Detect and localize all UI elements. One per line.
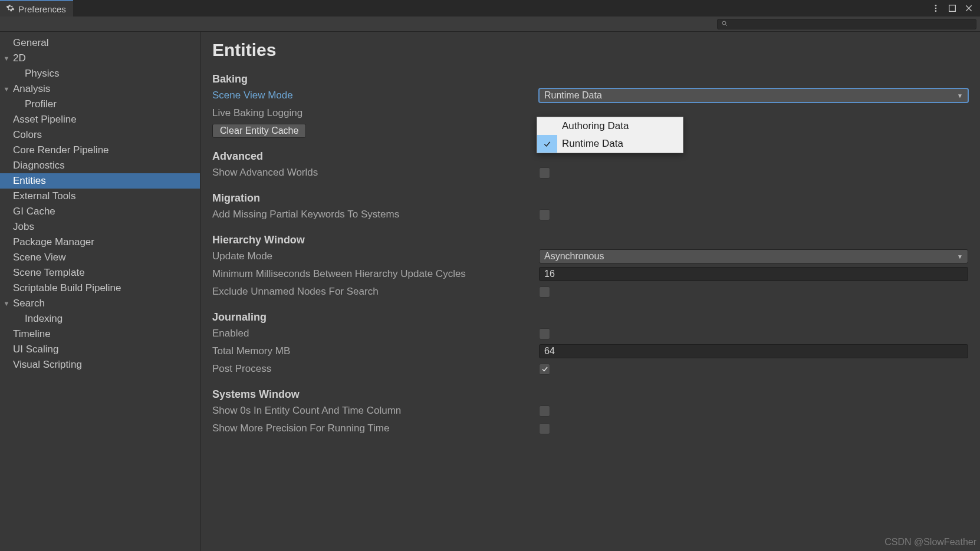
sidebar-item-label: Core Render Pipeline [13, 143, 109, 157]
scene-view-mode-popup[interactable]: Authoring DataRuntime Data [537, 117, 683, 153]
sidebar-item-label: Asset Pipeline [13, 113, 77, 127]
sidebar-item-label: Scene Template [13, 266, 85, 280]
sidebar-item-analysis[interactable]: ▼Analysis [0, 81, 200, 97]
sidebar-item-label: 2D [13, 51, 26, 65]
sidebar-item-label: Visual Scripting [13, 358, 82, 372]
show-0s-checkbox[interactable] [539, 405, 550, 417]
close-icon[interactable] [963, 3, 974, 14]
sidebar-item-entities[interactable]: Entities [0, 173, 200, 189]
total-memory-label: Total Memory MB [212, 344, 539, 358]
sidebar-item-gi-cache[interactable]: GI Cache [0, 204, 200, 219]
total-memory-input[interactable]: 64 [539, 344, 968, 358]
update-mode-dropdown[interactable]: Asynchronous ▼ [539, 249, 968, 263]
gear-icon [6, 4, 15, 14]
preferences-tab[interactable]: Preferences [0, 0, 73, 17]
sidebar-item-label: General [13, 36, 48, 50]
svg-point-0 [935, 5, 937, 6]
sidebar-item-diagnostics[interactable]: Diagnostics [0, 158, 200, 173]
update-mode-value: Asynchronous [544, 251, 604, 262]
show-0s-label: Show 0s In Entity Count And Time Column [212, 404, 539, 418]
update-mode-label: Update Mode [212, 249, 539, 263]
exclude-unnamed-checkbox[interactable] [539, 286, 550, 298]
min-ms-value: 16 [544, 269, 555, 279]
kebab-menu-icon[interactable] [930, 3, 941, 14]
foldout-arrow-icon: ▼ [0, 82, 13, 96]
live-baking-logging-label: Live Baking Logging [212, 106, 539, 120]
sidebar-item-label: GI Cache [13, 204, 55, 219]
section-header-baking: Baking [212, 73, 968, 85]
dropdown-option-authoring-data[interactable]: Authoring Data [537, 117, 683, 135]
sidebar-item-package-manager[interactable]: Package Manager [0, 235, 200, 250]
post-process-checkbox[interactable] [539, 364, 550, 375]
sidebar-item-label: Package Manager [13, 235, 94, 249]
sidebar-item-jobs[interactable]: Jobs [0, 219, 200, 235]
foldout-arrow-icon: ▼ [0, 296, 13, 311]
sidebar-item-label: Physics [13, 67, 60, 81]
sidebar-item-scene-template[interactable]: Scene Template [0, 265, 200, 281]
add-missing-partial-label: Add Missing Partial Keywords To Systems [212, 207, 539, 222]
window-controls [925, 0, 980, 17]
journaling-enabled-label: Enabled [212, 326, 539, 341]
sidebar-item-label: Timeline [13, 327, 51, 341]
sidebar-item-label: Indexing [13, 312, 63, 326]
show-advanced-worlds-label: Show Advanced Worlds [212, 166, 539, 180]
sidebar-item-scriptable-build-pipeline[interactable]: Scriptable Build Pipeline [0, 281, 200, 296]
sidebar-item-visual-scripting[interactable]: Visual Scripting [0, 357, 200, 372]
chevron-down-icon: ▼ [957, 93, 963, 99]
sidebar-item-profiler[interactable]: Profiler [0, 97, 200, 112]
svg-point-2 [935, 10, 937, 12]
svg-point-4 [722, 21, 726, 25]
sidebar-item-colors[interactable]: Colors [0, 127, 200, 143]
sidebar-item-physics[interactable]: Physics [0, 66, 200, 81]
titlebar: Preferences [0, 0, 980, 17]
dropdown-option-label: Authoring Data [557, 120, 629, 132]
post-process-label: Post Process [212, 362, 539, 376]
clear-entity-cache-button[interactable]: Clear Entity Cache [212, 124, 306, 138]
sidebar-item-label: Analysis [13, 82, 50, 96]
scene-view-mode-value: Runtime Data [544, 90, 602, 101]
show-advanced-worlds-checkbox[interactable] [539, 167, 550, 179]
sidebar-item-general[interactable]: General [0, 35, 200, 51]
sidebar-item-search[interactable]: ▼Search [0, 296, 200, 311]
sidebar-item-label: Scene View [13, 250, 65, 265]
total-memory-value: 64 [544, 346, 555, 357]
min-ms-label: Minimum Milliseconds Between Hierarchy U… [212, 267, 539, 281]
page-title: Entities [212, 40, 968, 60]
section-header-journaling: Journaling [212, 311, 968, 324]
watermark: CSDN @SlowFeather [884, 537, 976, 547]
dropdown-option-label: Runtime Data [557, 138, 623, 150]
sidebar-item-asset-pipeline[interactable]: Asset Pipeline [0, 112, 200, 127]
show-precision-label: Show More Precision For Running Time [212, 421, 539, 435]
tab-title: Preferences [18, 4, 66, 14]
check-icon [537, 117, 557, 135]
sidebar-item-2d[interactable]: ▼2D [0, 51, 200, 66]
sidebar-item-ui-scaling[interactable]: UI Scaling [0, 342, 200, 357]
min-ms-input[interactable]: 16 [539, 267, 968, 281]
journaling-enabled-checkbox[interactable] [539, 328, 550, 339]
exclude-unnamed-label: Exclude Unnamed Nodes For Search [212, 285, 539, 299]
sidebar-item-label: Jobs [13, 220, 34, 234]
toolbar [0, 17, 980, 32]
sidebar-item-scene-view[interactable]: Scene View [0, 250, 200, 265]
sidebar-item-external-tools[interactable]: External Tools [0, 189, 200, 204]
sidebar-item-label: Scriptable Build Pipeline [13, 281, 121, 295]
sidebar-item-label: Colors [13, 128, 42, 142]
foldout-arrow-icon: ▼ [0, 51, 13, 65]
dropdown-option-runtime-data[interactable]: Runtime Data [537, 135, 683, 153]
add-missing-partial-checkbox[interactable] [539, 209, 550, 220]
sidebar-item-timeline[interactable]: Timeline [0, 326, 200, 342]
sidebar-item-label: Search [13, 296, 45, 311]
maximize-icon[interactable] [947, 3, 958, 14]
svg-point-1 [935, 8, 937, 9]
sidebar-item-indexing[interactable]: Indexing [0, 311, 200, 326]
scene-view-mode-label: Scene View Mode [212, 88, 539, 103]
show-precision-checkbox[interactable] [539, 423, 550, 434]
sidebar-item-core-render-pipeline[interactable]: Core Render Pipeline [0, 143, 200, 158]
sidebar-item-label: UI Scaling [13, 342, 58, 357]
section-header-hierarchy: Hierarchy Window [212, 234, 968, 246]
search-icon [721, 18, 728, 30]
scene-view-mode-dropdown[interactable]: Runtime Data ▼ [539, 88, 968, 103]
chevron-down-icon: ▼ [957, 253, 963, 260]
search-input[interactable] [717, 19, 976, 29]
svg-rect-3 [949, 5, 956, 12]
